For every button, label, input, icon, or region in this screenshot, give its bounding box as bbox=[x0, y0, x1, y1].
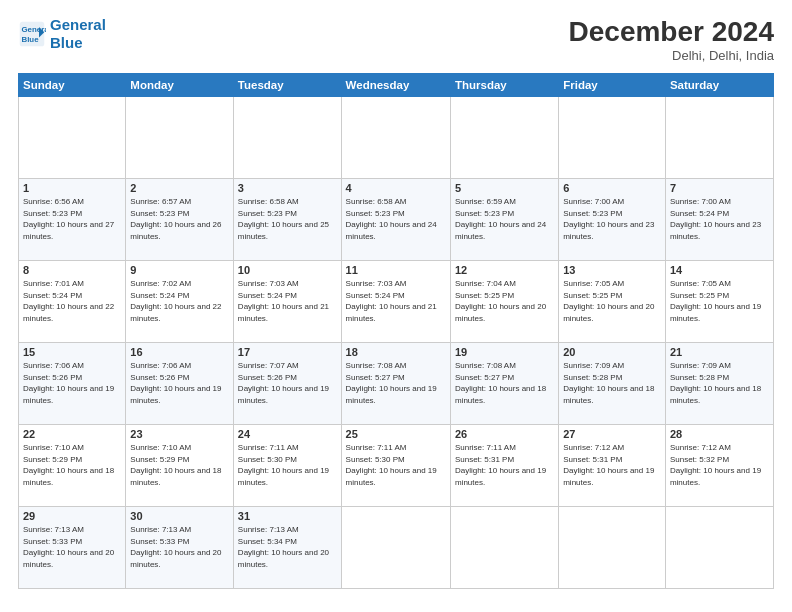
cell-info: Sunrise: 7:11 AM Sunset: 5:31 PM Dayligh… bbox=[455, 442, 554, 488]
cell-info: Sunrise: 6:58 AM Sunset: 5:23 PM Dayligh… bbox=[346, 196, 446, 242]
svg-text:Blue: Blue bbox=[22, 35, 40, 44]
cell-info: Sunrise: 7:13 AM Sunset: 5:33 PM Dayligh… bbox=[23, 524, 121, 570]
calendar-cell: 12Sunrise: 7:04 AM Sunset: 5:25 PM Dayli… bbox=[450, 261, 558, 343]
day-number: 4 bbox=[346, 182, 446, 194]
calendar-cell: 4Sunrise: 6:58 AM Sunset: 5:23 PM Daylig… bbox=[341, 179, 450, 261]
calendar-week-row: 29Sunrise: 7:13 AM Sunset: 5:33 PM Dayli… bbox=[19, 507, 774, 589]
day-number: 18 bbox=[346, 346, 446, 358]
cell-info: Sunrise: 7:12 AM Sunset: 5:31 PM Dayligh… bbox=[563, 442, 661, 488]
logo-icon: General Blue bbox=[18, 20, 46, 48]
cell-info: Sunrise: 7:04 AM Sunset: 5:25 PM Dayligh… bbox=[455, 278, 554, 324]
day-number: 31 bbox=[238, 510, 337, 522]
cell-info: Sunrise: 7:13 AM Sunset: 5:33 PM Dayligh… bbox=[130, 524, 229, 570]
cell-info: Sunrise: 7:05 AM Sunset: 5:25 PM Dayligh… bbox=[670, 278, 769, 324]
cell-info: Sunrise: 7:06 AM Sunset: 5:26 PM Dayligh… bbox=[23, 360, 121, 406]
calendar-cell: 21Sunrise: 7:09 AM Sunset: 5:28 PM Dayli… bbox=[665, 343, 773, 425]
cell-info: Sunrise: 6:57 AM Sunset: 5:23 PM Dayligh… bbox=[130, 196, 229, 242]
calendar-cell bbox=[665, 97, 773, 179]
calendar-cell: 16Sunrise: 7:06 AM Sunset: 5:26 PM Dayli… bbox=[126, 343, 234, 425]
month-title: December 2024 bbox=[569, 16, 774, 48]
day-number: 21 bbox=[670, 346, 769, 358]
calendar-cell: 14Sunrise: 7:05 AM Sunset: 5:25 PM Dayli… bbox=[665, 261, 773, 343]
calendar-table: SundayMondayTuesdayWednesdayThursdayFrid… bbox=[18, 73, 774, 589]
calendar-cell: 6Sunrise: 7:00 AM Sunset: 5:23 PM Daylig… bbox=[559, 179, 666, 261]
calendar-cell bbox=[19, 97, 126, 179]
day-number: 30 bbox=[130, 510, 229, 522]
cell-info: Sunrise: 7:01 AM Sunset: 5:24 PM Dayligh… bbox=[23, 278, 121, 324]
calendar-cell bbox=[559, 507, 666, 589]
calendar-cell bbox=[233, 97, 341, 179]
calendar-cell: 19Sunrise: 7:08 AM Sunset: 5:27 PM Dayli… bbox=[450, 343, 558, 425]
weekday-header: Friday bbox=[559, 74, 666, 97]
calendar-cell: 11Sunrise: 7:03 AM Sunset: 5:24 PM Dayli… bbox=[341, 261, 450, 343]
calendar-cell: 18Sunrise: 7:08 AM Sunset: 5:27 PM Dayli… bbox=[341, 343, 450, 425]
calendar-cell: 26Sunrise: 7:11 AM Sunset: 5:31 PM Dayli… bbox=[450, 425, 558, 507]
cell-info: Sunrise: 7:03 AM Sunset: 5:24 PM Dayligh… bbox=[238, 278, 337, 324]
weekday-header: Tuesday bbox=[233, 74, 341, 97]
calendar-cell: 24Sunrise: 7:11 AM Sunset: 5:30 PM Dayli… bbox=[233, 425, 341, 507]
day-number: 12 bbox=[455, 264, 554, 276]
day-number: 15 bbox=[23, 346, 121, 358]
calendar-week-row: 1Sunrise: 6:56 AM Sunset: 5:23 PM Daylig… bbox=[19, 179, 774, 261]
day-number: 3 bbox=[238, 182, 337, 194]
weekday-header: Monday bbox=[126, 74, 234, 97]
cell-info: Sunrise: 7:02 AM Sunset: 5:24 PM Dayligh… bbox=[130, 278, 229, 324]
day-number: 6 bbox=[563, 182, 661, 194]
calendar-cell bbox=[126, 97, 234, 179]
cell-info: Sunrise: 6:59 AM Sunset: 5:23 PM Dayligh… bbox=[455, 196, 554, 242]
cell-info: Sunrise: 7:06 AM Sunset: 5:26 PM Dayligh… bbox=[130, 360, 229, 406]
calendar-cell: 2Sunrise: 6:57 AM Sunset: 5:23 PM Daylig… bbox=[126, 179, 234, 261]
calendar-cell: 23Sunrise: 7:10 AM Sunset: 5:29 PM Dayli… bbox=[126, 425, 234, 507]
weekday-header: Thursday bbox=[450, 74, 558, 97]
calendar-week-row: 15Sunrise: 7:06 AM Sunset: 5:26 PM Dayli… bbox=[19, 343, 774, 425]
cell-info: Sunrise: 7:05 AM Sunset: 5:25 PM Dayligh… bbox=[563, 278, 661, 324]
cell-info: Sunrise: 7:10 AM Sunset: 5:29 PM Dayligh… bbox=[23, 442, 121, 488]
day-number: 24 bbox=[238, 428, 337, 440]
calendar-cell: 17Sunrise: 7:07 AM Sunset: 5:26 PM Dayli… bbox=[233, 343, 341, 425]
cell-info: Sunrise: 7:10 AM Sunset: 5:29 PM Dayligh… bbox=[130, 442, 229, 488]
cell-info: Sunrise: 6:58 AM Sunset: 5:23 PM Dayligh… bbox=[238, 196, 337, 242]
day-number: 20 bbox=[563, 346, 661, 358]
cell-info: Sunrise: 7:09 AM Sunset: 5:28 PM Dayligh… bbox=[670, 360, 769, 406]
calendar-cell: 10Sunrise: 7:03 AM Sunset: 5:24 PM Dayli… bbox=[233, 261, 341, 343]
calendar-week-row: 22Sunrise: 7:10 AM Sunset: 5:29 PM Dayli… bbox=[19, 425, 774, 507]
cell-info: Sunrise: 7:08 AM Sunset: 5:27 PM Dayligh… bbox=[455, 360, 554, 406]
day-number: 2 bbox=[130, 182, 229, 194]
calendar-cell: 15Sunrise: 7:06 AM Sunset: 5:26 PM Dayli… bbox=[19, 343, 126, 425]
calendar-cell: 20Sunrise: 7:09 AM Sunset: 5:28 PM Dayli… bbox=[559, 343, 666, 425]
calendar-cell: 9Sunrise: 7:02 AM Sunset: 5:24 PM Daylig… bbox=[126, 261, 234, 343]
cell-info: Sunrise: 7:11 AM Sunset: 5:30 PM Dayligh… bbox=[238, 442, 337, 488]
calendar-cell bbox=[341, 97, 450, 179]
calendar-cell bbox=[341, 507, 450, 589]
calendar-cell: 25Sunrise: 7:11 AM Sunset: 5:30 PM Dayli… bbox=[341, 425, 450, 507]
day-number: 13 bbox=[563, 264, 661, 276]
calendar-cell: 31Sunrise: 7:13 AM Sunset: 5:34 PM Dayli… bbox=[233, 507, 341, 589]
day-number: 7 bbox=[670, 182, 769, 194]
cell-info: Sunrise: 6:56 AM Sunset: 5:23 PM Dayligh… bbox=[23, 196, 121, 242]
calendar-cell bbox=[450, 97, 558, 179]
cell-info: Sunrise: 7:09 AM Sunset: 5:28 PM Dayligh… bbox=[563, 360, 661, 406]
calendar-cell: 13Sunrise: 7:05 AM Sunset: 5:25 PM Dayli… bbox=[559, 261, 666, 343]
day-number: 28 bbox=[670, 428, 769, 440]
logo-text: GeneralBlue bbox=[50, 16, 106, 52]
day-number: 29 bbox=[23, 510, 121, 522]
title-block: December 2024 Delhi, Delhi, India bbox=[569, 16, 774, 63]
calendar-cell: 28Sunrise: 7:12 AM Sunset: 5:32 PM Dayli… bbox=[665, 425, 773, 507]
cell-info: Sunrise: 7:00 AM Sunset: 5:23 PM Dayligh… bbox=[563, 196, 661, 242]
day-number: 14 bbox=[670, 264, 769, 276]
day-number: 25 bbox=[346, 428, 446, 440]
calendar-cell: 5Sunrise: 6:59 AM Sunset: 5:23 PM Daylig… bbox=[450, 179, 558, 261]
location: Delhi, Delhi, India bbox=[569, 48, 774, 63]
day-number: 10 bbox=[238, 264, 337, 276]
calendar-cell: 8Sunrise: 7:01 AM Sunset: 5:24 PM Daylig… bbox=[19, 261, 126, 343]
logo: General Blue GeneralBlue bbox=[18, 16, 106, 52]
calendar-cell: 22Sunrise: 7:10 AM Sunset: 5:29 PM Dayli… bbox=[19, 425, 126, 507]
calendar-cell bbox=[559, 97, 666, 179]
cell-info: Sunrise: 7:00 AM Sunset: 5:24 PM Dayligh… bbox=[670, 196, 769, 242]
cell-info: Sunrise: 7:13 AM Sunset: 5:34 PM Dayligh… bbox=[238, 524, 337, 570]
weekday-header: Wednesday bbox=[341, 74, 450, 97]
cell-info: Sunrise: 7:03 AM Sunset: 5:24 PM Dayligh… bbox=[346, 278, 446, 324]
calendar-cell bbox=[450, 507, 558, 589]
day-number: 26 bbox=[455, 428, 554, 440]
calendar-cell: 1Sunrise: 6:56 AM Sunset: 5:23 PM Daylig… bbox=[19, 179, 126, 261]
